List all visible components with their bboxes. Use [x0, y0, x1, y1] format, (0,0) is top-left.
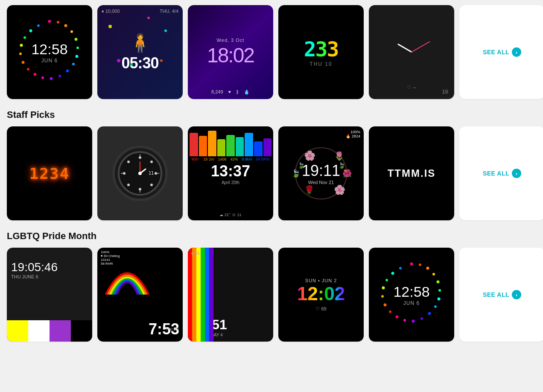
- watch-card-pride-flare-1[interactable]: 12:58 JUN 6 Pride Flare Fitbit: [7, 5, 92, 99]
- svg-point-58: [438, 298, 441, 301]
- watch-card-flags[interactable]: 19:05:46 THU JUNE 6 Flags a29c03d2d2: [7, 248, 92, 342]
- staff-picks-row: 1234 Nixie Tubes Tom Bandy: [7, 126, 536, 220]
- svg-point-68: [382, 287, 385, 290]
- see-all-staff-picks[interactable]: SEE ALL ›: [459, 126, 543, 220]
- svg-text:11: 11: [149, 171, 154, 176]
- watch-face-bitmoji: ♦ 10,000 THU, 4/4 🧍 05:30: [97, 5, 183, 99]
- drip-stat-2: 1h 2m: [204, 157, 214, 161]
- svg-point-16: [20, 44, 23, 47]
- watch-card-ttmm[interactable]: TTMM.IS TTMM365 TTMM: [369, 126, 454, 220]
- see-all-featured[interactable]: SEE ALL ›: [459, 5, 543, 99]
- svg-point-52: [410, 263, 413, 266]
- watch-card-drips[interactable]: 900↑ 1h 2m 1406 42% 9.8km 69 BPM 13:37 A…: [188, 126, 273, 220]
- svg-point-2: [64, 24, 67, 27]
- pride-flare-dots: [15, 18, 84, 86]
- trace-stat-drop: 💧: [244, 89, 250, 95]
- svg-point-55: [432, 273, 435, 275]
- drips-date: April 20th: [222, 180, 239, 185]
- floral-svg: 🌸 🌷 🌺 🌸 🌹 🍃 🍃 🍃: [278, 126, 364, 220]
- svg-text:🍃: 🍃: [291, 169, 301, 178]
- drip-bar-6: [236, 137, 244, 156]
- trace-time: 18:02: [207, 44, 254, 67]
- pride-redux-rainbow-svg: [102, 260, 153, 295]
- bitmoji-meta: THU, 4/4: [160, 9, 178, 14]
- svg-point-57: [438, 289, 441, 292]
- watch-card-light[interactable]: 16 ♡ -- Light Fitbit: [369, 5, 454, 99]
- svg-point-38: [127, 161, 130, 163]
- hour-hand-light: [397, 44, 412, 53]
- watch-card-loops[interactable]: 233 THU 10 Loops Fitbit: [278, 5, 364, 99]
- svg-point-12: [34, 73, 37, 76]
- drip-stat-5: 9.8km: [242, 157, 252, 161]
- watch-face-rainbow-ripple: SUN • JUN 2 12:02 ♡ 69: [278, 248, 364, 342]
- svg-text:🍃: 🍃: [298, 162, 305, 169]
- svg-point-54: [426, 267, 429, 270]
- svg-point-22: [117, 59, 120, 62]
- pride-redux-steps: 10141: [101, 258, 120, 262]
- stripe-yellow: [7, 320, 28, 342]
- svg-point-69: [385, 279, 388, 281]
- watch-face-ttmm: TTMM.IS: [369, 126, 454, 220]
- watch-card-colorlog[interactable]: 11 ColorLog MicroByte: [97, 126, 183, 220]
- bitmoji-time: 05:30: [121, 54, 158, 72]
- svg-point-31: [139, 156, 141, 159]
- vbar-yellow: [196, 248, 201, 342]
- watch-card-pride-flare-2[interactable]: 12:58 JUN 6 Pride Flare: [369, 248, 454, 342]
- nixie-digits: 1234: [29, 165, 70, 182]
- trace-stat-heart: ♥: [228, 89, 231, 95]
- svg-point-5: [76, 47, 79, 49]
- svg-point-33: [155, 172, 157, 175]
- watch-face-loops: 233 THU 10: [278, 5, 364, 99]
- watch-card-trace[interactable]: Wed, 3 Oct 18:02 8,249 ♥ ⟫ 💧 Trace Fitbi…: [188, 5, 273, 99]
- svg-point-71: [399, 267, 402, 269]
- see-all-lgbtq[interactable]: SEE ALL ›: [459, 248, 543, 342]
- watch-card-nixie[interactable]: 1234 Nixie Tubes Tom Bandy: [7, 126, 92, 220]
- drips-num: 11: [237, 213, 242, 217]
- floral-stats-top: 100% 🔥 2824: [346, 130, 360, 138]
- drip-stat-3: 1406: [218, 157, 227, 161]
- svg-point-64: [396, 316, 399, 319]
- see-all-featured-btn[interactable]: SEE ALL ›: [483, 47, 521, 57]
- vbar-purple: [209, 248, 213, 342]
- svg-point-67: [381, 295, 384, 298]
- svg-point-6: [76, 55, 79, 58]
- pride-redux-stats: 100% ♥ 60 Chilling 10141 56 RHR: [101, 250, 120, 266]
- pride-vertical-bars: [188, 248, 213, 342]
- trace-stat-steps: 8,249: [211, 89, 223, 95]
- svg-point-66: [384, 304, 387, 307]
- svg-point-53: [419, 263, 421, 266]
- svg-point-19: [37, 24, 40, 27]
- vbar-green: [201, 248, 205, 342]
- drip-bar-9: [263, 138, 272, 156]
- pride-flare2-dots: [377, 260, 446, 329]
- watch-card-rainbow-ripple[interactable]: SUN • JUN 2 12:02 ♡ 69 Rainbow Ripple: [278, 248, 364, 342]
- drips-weather: ☁ 21°: [219, 213, 230, 217]
- colorlog-clock: 11: [112, 146, 168, 201]
- vbar-orange: [192, 248, 196, 342]
- svg-point-61: [420, 317, 423, 320]
- svg-point-14: [22, 61, 25, 64]
- watch-card-bitmoji[interactable]: ♦ 10,000 THU, 4/4 🧍 05:30 Bitm: [97, 5, 183, 99]
- svg-point-9: [58, 75, 61, 77]
- floral-stat-steps: 🔥 2824: [346, 134, 360, 138]
- pride-redux-pct: 100%: [101, 250, 120, 254]
- watch-card-pride[interactable]: 11:51 WEDNESDAY 4 ♥ 65 Pride: [188, 248, 273, 342]
- see-all-lgbtq-btn[interactable]: SEE ALL ›: [483, 290, 521, 299]
- svg-point-21: [164, 29, 167, 32]
- flags-time: 19:05:46: [11, 260, 58, 274]
- pride-redux-date: Thu 29: [165, 327, 178, 331]
- drip-bar-7: [245, 133, 253, 156]
- watch-card-pride-redux[interactable]: 100% ♥ 60 Chilling 10141 56 RHR 7:53 Thu…: [97, 248, 183, 342]
- light-heart: ♡ --: [407, 85, 416, 91]
- watch-card-floral[interactable]: 🌸 🌷 🌺 🌸 🌹 🍃 🍃 🍃 100% 🔥 2824 1: [278, 126, 364, 220]
- ttmm-text: TTMM.IS: [388, 167, 436, 179]
- drip-stat-6: 69 BPM: [256, 157, 270, 161]
- svg-text:🍃: 🍃: [338, 162, 346, 169]
- page-container: 12:58 JUN 6 Pride Flare Fitbit ♦ 10,000 …: [0, 0, 543, 357]
- svg-point-36: [127, 184, 130, 186]
- see-all-staff-picks-btn[interactable]: SEE ALL ›: [483, 169, 521, 178]
- watch-face-nixie: 1234: [7, 126, 92, 220]
- pride-redux-cals: 56 RHR: [101, 262, 120, 266]
- lgbtq-section: LGBTQ Pride Month 19:05:46 THU JUNE 6 Fl…: [7, 231, 536, 342]
- svg-point-41: [138, 172, 142, 175]
